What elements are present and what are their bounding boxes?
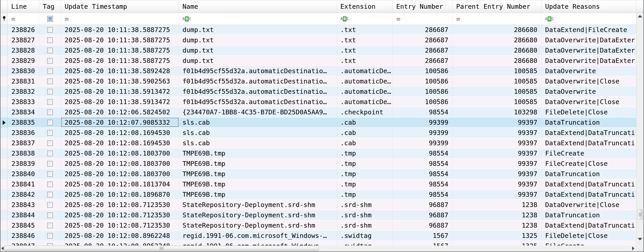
cell-entry_number[interactable]: 286687 bbox=[393, 35, 452, 46]
cell-update_timestamp[interactable]: 2025-08-20 10:11:38.5887275 bbox=[61, 35, 179, 46]
tag-checkbox[interactable] bbox=[47, 140, 53, 146]
cell-tag[interactable] bbox=[39, 97, 61, 107]
scroll-left-button[interactable] bbox=[1, 246, 4, 250]
cell-line[interactable]: 238839 bbox=[8, 159, 39, 169]
cell-entry_number[interactable]: 96887 bbox=[393, 200, 452, 210]
cell-tag[interactable] bbox=[39, 138, 61, 148]
cell-extension[interactable]: .txt bbox=[337, 25, 393, 35]
cell-update_reasons[interactable]: FileCreate bbox=[542, 241, 636, 245]
cell-entry_number[interactable]: 286687 bbox=[393, 25, 452, 35]
cell-line[interactable]: 238834 bbox=[8, 107, 39, 118]
cell-name[interactable]: dump.txt bbox=[179, 35, 337, 46]
cell-name[interactable]: TMPE69B.tmp bbox=[179, 148, 337, 159]
table-row[interactable]: 2388462025-08-20 10:12:08.8962248regid.1… bbox=[1, 231, 636, 241]
cell-tag[interactable] bbox=[39, 35, 61, 46]
cell-extension[interactable]: .swidtag bbox=[337, 231, 393, 241]
column-header-extension[interactable]: Extension bbox=[337, 0, 393, 13]
cell-entry_number[interactable]: 98554 bbox=[393, 159, 452, 169]
cell-parent_entry_number[interactable]: 286680 bbox=[452, 46, 542, 56]
cell-parent_entry_number[interactable]: 99397 bbox=[452, 159, 542, 169]
cell-update_timestamp[interactable]: 2025-08-20 10:12:06.5824502 bbox=[61, 107, 179, 118]
cell-update_timestamp[interactable]: 2025-08-20 10:12:08.7123530 bbox=[61, 220, 179, 231]
cell-parent_entry_number[interactable]: 100585 bbox=[452, 97, 542, 107]
table-row[interactable]: 2388442025-08-20 10:12:08.7123530StateRe… bbox=[1, 210, 636, 220]
scroll-up-button[interactable] bbox=[638, 15, 642, 18]
cell-extension[interactable]: .cab bbox=[337, 138, 393, 148]
cell-parent_entry_number[interactable]: 99397 bbox=[452, 128, 542, 138]
table-row[interactable]: 2388302025-08-20 10:11:38.5892428f01b4d9… bbox=[1, 66, 636, 76]
vertical-scrollbar-thumb[interactable] bbox=[638, 209, 642, 219]
cell-tag[interactable] bbox=[39, 159, 61, 169]
cell-update_timestamp[interactable]: 2025-08-20 10:12:08.1803700 bbox=[61, 159, 179, 169]
cell-extension[interactable]: .tmp bbox=[337, 179, 393, 189]
tag-checkbox[interactable] bbox=[47, 79, 53, 84]
horizontal-scrollbar-thumb[interactable] bbox=[4, 246, 319, 251]
tag-checkbox[interactable] bbox=[47, 212, 53, 218]
table-row[interactable]: 2388402025-08-20 10:12:08.1803700TMPE69B… bbox=[1, 169, 636, 179]
tag-checkbox[interactable] bbox=[47, 151, 53, 156]
cell-tag[interactable] bbox=[39, 241, 61, 245]
cell-entry_number[interactable]: 100586 bbox=[393, 87, 452, 97]
cell-line[interactable]: 238841 bbox=[8, 179, 39, 189]
tag-checkbox[interactable] bbox=[47, 202, 53, 208]
cell-extension[interactable]: .txt bbox=[337, 46, 393, 56]
cell-tag[interactable] bbox=[39, 66, 61, 76]
cell-update_reasons[interactable]: DataOverwrite|Close bbox=[542, 76, 636, 87]
cell-name[interactable]: sls.cab bbox=[179, 118, 337, 128]
cell-update_timestamp[interactable]: 2025-08-20 10:12:08.1813704 bbox=[61, 179, 179, 189]
tag-checkbox[interactable] bbox=[47, 243, 53, 246]
cell-update_timestamp[interactable]: 2025-08-20 10:12:08.1694530 bbox=[61, 128, 179, 138]
tag-checkbox[interactable] bbox=[47, 130, 53, 136]
cell-entry_number[interactable]: 96887 bbox=[393, 210, 452, 220]
cell-update_reasons[interactable]: DataOverwrite bbox=[542, 66, 636, 76]
cell-line[interactable]: 238833 bbox=[8, 97, 39, 107]
cell-parent_entry_number[interactable]: 99397 bbox=[452, 118, 542, 128]
cell-line[interactable]: 238830 bbox=[8, 66, 39, 76]
cell-tag[interactable] bbox=[39, 179, 61, 189]
tag-checkbox[interactable] bbox=[47, 161, 53, 166]
cell-parent_entry_number[interactable]: 1238 bbox=[452, 220, 542, 231]
cell-name[interactable]: {234470A7-1BB8-4C35-B7DE-BD25D0A5AA9… bbox=[179, 107, 337, 118]
cell-update_reasons[interactable]: DataExtend|FileCreate bbox=[542, 25, 636, 35]
cell-name[interactable]: TMPE69B.tmp bbox=[179, 159, 337, 169]
cell-extension[interactable]: .automaticDe… bbox=[337, 66, 393, 76]
tag-checkbox[interactable] bbox=[47, 171, 53, 177]
cell-extension[interactable]: .tmp bbox=[337, 148, 393, 159]
cell-name[interactable]: dump.txt bbox=[179, 46, 337, 56]
cell-update_reasons[interactable]: DataExtend|DataTruncati bbox=[542, 179, 636, 189]
cell-extension[interactable]: .automaticDe… bbox=[337, 97, 393, 107]
cell-line[interactable]: 238829 bbox=[8, 56, 39, 66]
cell-extension[interactable]: .cab bbox=[337, 118, 393, 128]
cell-tag[interactable] bbox=[39, 107, 61, 118]
cell-extension[interactable]: .txt bbox=[337, 56, 393, 66]
cell-line[interactable]: 238838 bbox=[8, 148, 39, 159]
cell-entry_number[interactable]: 96887 bbox=[393, 220, 452, 231]
tag-checkbox[interactable] bbox=[47, 109, 53, 115]
cell-extension[interactable]: .srd-shm bbox=[337, 200, 393, 210]
cell-update_timestamp[interactable]: 2025-08-20 10:12:08.7123530 bbox=[61, 210, 179, 220]
column-header-line[interactable]: Line bbox=[8, 0, 39, 13]
filter-cell-name[interactable]: ABC bbox=[179, 13, 337, 25]
table-row[interactable]: 2388312025-08-20 10:11:38.5902563f01b4d9… bbox=[1, 76, 636, 87]
cell-tag[interactable] bbox=[39, 128, 61, 138]
cell-tag[interactable] bbox=[39, 46, 61, 56]
table-row[interactable]: 2388292025-08-20 10:11:38.5887275dump.tx… bbox=[1, 56, 636, 66]
cell-entry_number[interactable]: 98554 bbox=[393, 189, 452, 200]
table-row[interactable]: 2388322025-08-20 10:11:38.5913472f01b4d9… bbox=[1, 87, 636, 97]
cell-update_reasons[interactable]: DataOverwrite|DataExter bbox=[542, 56, 636, 66]
cell-update_timestamp[interactable]: 2025-08-20 10:11:38.5887275 bbox=[61, 56, 179, 66]
table-row[interactable]: 2388382025-08-20 10:12:08.1803700TMPE69B… bbox=[1, 148, 636, 159]
filter-cell-extension[interactable]: ABC bbox=[337, 13, 393, 25]
scroll-down-button[interactable] bbox=[638, 238, 642, 240]
cell-update_reasons[interactable]: DataTruncation bbox=[542, 169, 636, 179]
filter-cell-update_timestamp[interactable]: = bbox=[61, 13, 179, 25]
cell-name[interactable]: regid.1991-06.com.microsoft_Windows-… bbox=[179, 231, 337, 241]
cell-parent_entry_number[interactable]: 100585 bbox=[452, 76, 542, 87]
tag-checkbox[interactable] bbox=[47, 181, 53, 187]
cell-update_timestamp[interactable]: 2025-08-20 10:11:38.5902563 bbox=[61, 76, 179, 87]
cell-extension[interactable]: .tmp bbox=[337, 189, 393, 200]
cell-extension[interactable]: .tmp bbox=[337, 159, 393, 169]
cell-parent_entry_number[interactable]: 286680 bbox=[452, 35, 542, 46]
cell-update_reasons[interactable]: DataOverwrite|DataExter bbox=[542, 46, 636, 56]
cell-update_timestamp[interactable]: 2025-08-20 10:11:38.5892428 bbox=[61, 66, 179, 76]
